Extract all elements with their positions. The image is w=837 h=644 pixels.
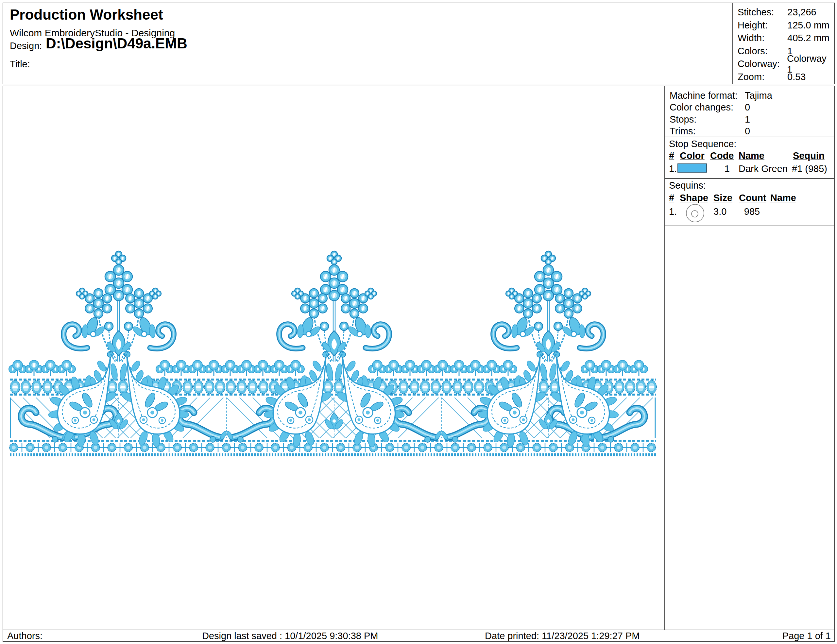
stat-value: 0.53: [787, 72, 806, 82]
col-header-sequin: Sequin: [793, 151, 825, 161]
col-header-name: Name: [739, 151, 765, 161]
stat-value: 405.2 mm: [787, 33, 829, 43]
col-header-num: #: [669, 193, 674, 203]
sequin-shape-icon: [685, 203, 706, 223]
info-label: Machine format:: [670, 90, 745, 101]
col-header-num: #: [669, 151, 674, 161]
design-last-saved: Design last saved : 10/1/2025 9:30:38 PM: [202, 631, 378, 641]
info-label: Color changes:: [670, 102, 745, 113]
col-header-color: Color: [680, 151, 704, 161]
stat-width: Width:405.2 mm: [738, 32, 834, 45]
date-printed: Date printed: 11/23/2025 1:29:27 PM: [485, 631, 640, 641]
sequins-box: Sequins: # Shape Size Count Name 1. 3.0 …: [665, 178, 835, 226]
stop-row-name: Dark Green: [739, 164, 788, 174]
design-label: Design:: [10, 41, 42, 51]
info-value: 1: [745, 114, 750, 125]
design-file-path: D:\Design\D49a.EMB: [46, 35, 187, 52]
info-value: 0: [745, 102, 750, 113]
info-value: Tajima: [745, 90, 772, 101]
stat-height: Height:125.0 mm: [738, 19, 834, 32]
machine-info-box: Machine format:Tajima Color changes:0 St…: [665, 86, 835, 137]
design-stats-box: Stitches:23,266 Height:125.0 mm Width:40…: [732, 3, 835, 84]
col-header-shape: Shape: [680, 193, 708, 203]
color-changes-row: Color changes:0: [670, 102, 834, 114]
title-label: Title:: [10, 59, 30, 70]
stop-row-num: 1.: [669, 164, 677, 174]
stat-stitches: Stitches:23,266: [738, 6, 834, 19]
trims-row: Trims:0: [670, 126, 834, 138]
sequin-row-num: 1.: [669, 206, 677, 217]
authors-label: Authors:: [7, 631, 43, 641]
stop-row-sequin: #1 (985): [792, 164, 827, 174]
info-value: 0: [745, 126, 750, 137]
sequins-title: Sequins:: [669, 180, 706, 191]
footer-bar: Authors: Design last saved : 10/1/2025 9…: [3, 629, 835, 642]
page-title: Production Worksheet: [10, 7, 163, 23]
col-header-name: Name: [770, 193, 796, 203]
sequin-row-count: 985: [739, 206, 765, 217]
machine-format-row: Machine format:Tajima: [670, 90, 834, 102]
page-number: Page 1 of 1: [783, 631, 831, 641]
stat-label: Zoom:: [738, 72, 787, 82]
col-header-code: Code: [710, 151, 734, 161]
stat-label: Stitches:: [738, 7, 787, 18]
col-header-count: Count: [739, 193, 766, 203]
thread-color-swatch: [678, 164, 707, 173]
stop-row-code: 1: [714, 164, 730, 174]
stops-row: Stops:1: [670, 113, 834, 126]
info-label: Trims:: [670, 126, 745, 137]
stop-sequence-title: Stop Sequence:: [669, 139, 736, 149]
stat-colorway: Colorway:Colorway 1: [738, 57, 834, 70]
stop-sequence-box: Stop Sequence: # Color Code Name Sequin …: [665, 137, 835, 179]
col-header-size: Size: [714, 193, 732, 203]
info-label: Stops:: [670, 114, 745, 125]
stat-value: 23,266: [787, 7, 816, 18]
production-worksheet-page: { "header": { "title": "Production Works…: [0, 0, 837, 644]
sequin-row-size: 3.0: [714, 206, 727, 217]
header-box: Production Worksheet Wilcom EmbroiderySt…: [3, 3, 733, 84]
stat-label: Colors:: [738, 46, 787, 57]
stat-label: Colorway:: [738, 59, 787, 69]
stat-value: 125.0 mm: [787, 20, 829, 31]
stat-label: Height:: [738, 20, 787, 31]
stat-label: Width:: [738, 33, 787, 43]
